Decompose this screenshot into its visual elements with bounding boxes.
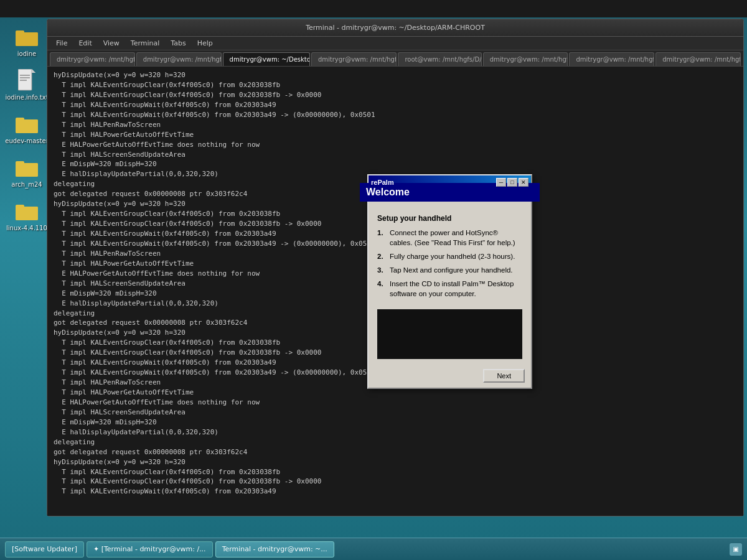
terminal-line: T impl KALEventGroupWait(0xf4f005c0) fro… [54,100,737,110]
svg-rect-2 [16,32,38,46]
taskbar-bottom: [Software Updater] ✦ [Terminal - dmitryg… [0,538,747,560]
svg-marker-5 [32,69,35,73]
repalm-title-buttons: ─ □ ✕ [496,178,529,187]
close-button[interactable]: ✕ [519,178,529,187]
step-text: Insert the CD to install Palm™ Desktop s… [390,279,522,299]
palm-device-preview [377,309,522,359]
desktop-icon-iodine-info[interactable]: iodine.info.txt [5,68,49,101]
terminal-line: T impl HALPenRawToScreen [54,120,737,130]
maximize-button[interactable]: □ [507,178,517,187]
step-num: 4. [377,279,386,299]
repalm-dialog: rePalm ─ □ ✕ Welcome Setup your handheld… [367,174,532,389]
step-text: Tap Next and configure your handheld. [390,265,522,275]
tab-3[interactable]: dmitrygr@vwm: /mnt/hgfu/... ✕ [311,52,397,66]
taskbar-dot: ▣ [730,543,742,556]
folder-icon [15,199,39,223]
tab-7[interactable]: dmitrygr@vwm: /mnt/hgfs/... ✕ [655,52,741,66]
terminal-line: delegating [54,437,737,447]
menu-edit[interactable]: Edit [73,38,96,49]
desktop-icon-label: iodine [17,50,37,57]
taskbar-btn-software-updater[interactable]: [Software Updater] [5,541,84,558]
repalm-steps-list: 1. Connect the power and HotSync® cables… [377,228,522,299]
repalm-title: rePalm [371,179,394,186]
folder-icon [15,112,39,136]
folder-icon [15,25,39,49]
terminal-line: T impl KALEventGroupClear(0xf4f005c0) fr… [54,477,737,487]
terminal-line: E halDisplayUpdatePartial(0,0,320,320) [54,427,737,437]
menu-tabs[interactable]: Tabs [166,38,190,49]
svg-rect-14 [16,163,38,177]
terminal-line: E mDispW=320 mDispH=320 [54,159,737,169]
tab-5[interactable]: dmitrygr@vwm: /mnt/hgfs/... ✕ [483,52,568,66]
repalm-step-4: 4. Insert the CD to install Palm™ Deskto… [377,279,522,299]
taskbar-btn-terminal-1[interactable]: ✦ [Terminal - dmitrygr@vwm: /... [87,541,213,558]
terminal-line: T impl KALEventGroupClear(0xf4f005c0) fr… [54,80,737,90]
terminal-line: T impl KALEventGroupWait(0xf4f005c0) fro… [54,487,737,497]
taskbar-top [0,0,747,17]
desktop: iodine iodine.info.txt [0,0,747,560]
repalm-step-3: 3. Tap Next and configure your handheld. [377,265,522,275]
terminal-line: T impl HALPowerGetAutoOffEvtTime [54,130,737,140]
desktop-icon-arch[interactable]: arch_m24 [5,156,49,188]
svg-rect-11 [16,119,38,133]
terminal-titlebar: Terminal - dmitrygr@vwm: ~/Desktop/ARM-C… [47,19,743,37]
file-icon [15,68,39,92]
tab-1[interactable]: dmitrygr@vwm: /mnt/hgfs/... ✕ [136,52,222,66]
step-num: 3. [377,265,386,275]
repalm-body: Setup your handheld 1. Connect the power… [369,208,531,309]
repalm-subtitle: Setup your handheld [377,214,522,223]
desktop-icon-label: linux-4.4.110 [6,225,47,231]
tab-6[interactable]: dmitrygr@vwm: /mnt/hgfs/... ✕ [569,52,654,66]
terminal-menubar: File Edit View Terminal Tabs Help [47,37,743,50]
step-text: Connect the power and HotSync® cables. (… [390,228,522,248]
svg-rect-3 [18,69,32,90]
terminal-line: got delegated request 0x00000008 ptr 0x3… [54,447,737,457]
step-text: Fully charge your handheld (2-3 hours). [390,251,522,261]
terminal-title: Terminal - dmitrygr@vwm: ~/Desktop/ARM-C… [52,24,738,32]
desktop-icon-label: arch_m24 [11,181,42,188]
next-button[interactable]: Next [483,369,525,383]
desktop-icon-label: iodine.info.txt [5,94,48,101]
minimize-button[interactable]: ─ [496,178,506,187]
repalm-step-2: 2. Fully charge your handheld (2-3 hours… [377,251,522,261]
terminal-line: T impl KALEventGroupClear(0xf4f005c0) fr… [54,467,737,477]
desktop-icon-iodine[interactable]: iodine [5,25,49,57]
terminal-line: T impl HALScreenSendUpdateArea [54,408,737,418]
terminal-line: E mDispW=320 mDispH=320 [54,418,737,427]
terminal-line: E HALPowerGetAutoOffEvtTime does nothing… [54,398,737,408]
terminal-line: hyDispUpdate(x=0 y=0 w=320 h=320 [54,70,737,80]
terminal-line: E HALPowerGetAutoOffEvtTime does nothing… [54,140,737,150]
taskbar-btn-terminal-2[interactable]: Terminal - dmitrygr@vwm: ~... [215,541,334,558]
desktop-icons: iodine iodine.info.txt [5,25,49,231]
desktop-icon-label: eudev-master [5,138,49,144]
desktop-icon-eudev[interactable]: eudev-master [5,112,49,144]
terminal-line: T impl HALPowerGetAutoOffEvtTime [54,388,737,398]
repalm-footer: Next [369,365,531,388]
tab-4[interactable]: root@vwm: /mnt/hgfs/D/M... ✕ [398,52,481,66]
terminal-line: hyDispUpdate(x=0 y=0 w=320 h=320 [54,457,737,467]
folder-icon [15,156,39,179]
svg-rect-17 [16,207,38,220]
menu-help[interactable]: Help [192,38,218,49]
desktop-icon-linux[interactable]: linux-4.4.110 [5,199,49,231]
terminal-tabs: dmitrygr@vwm: /mnt/hgfs/... ✕ dmitrygr@v… [47,50,743,67]
step-num: 1. [377,228,386,248]
menu-view[interactable]: View [98,38,125,49]
repalm-step-1: 1. Connect the power and HotSync® cables… [377,228,522,248]
step-num: 2. [377,251,386,261]
menu-file[interactable]: File [51,38,72,49]
tab-0[interactable]: dmitrygr@vwm: /mnt/hgfs/... ✕ [50,52,135,66]
terminal-line: T impl KALEventGroupClear(0xf4f005c0) fr… [54,90,737,100]
terminal-line: T impl KALEventGroupWait(0xf4f005c0) fro… [54,110,737,120]
tab-2[interactable]: dmitrygr@vwm: ~/Desktop/... ✕ [223,52,310,66]
terminal-line: T impl HALScreenSendUpdateArea [54,150,737,160]
menu-terminal[interactable]: Terminal [126,38,165,49]
